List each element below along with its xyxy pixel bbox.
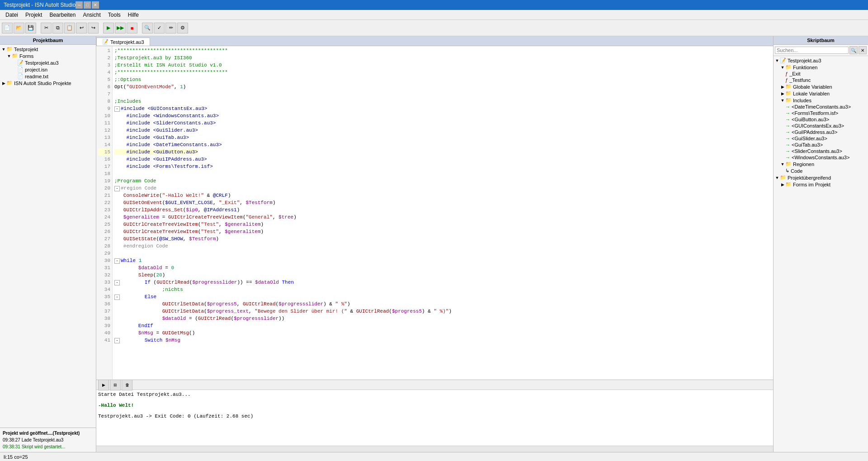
expander-icon[interactable]: ▼: [6, 54, 12, 58]
script-tree-inc6[interactable]: → <GuiSlider.au3>: [774, 135, 867, 142]
new-button[interactable]: 📄: [2, 23, 13, 33]
tree-label: <DateTimeConstants.au3>: [792, 104, 851, 109]
open-button[interactable]: 📂: [14, 23, 24, 33]
project-panel-header: Projektbaum: [0, 36, 96, 45]
tree-label: project.isn: [25, 67, 47, 72]
line-numbers: 12345 678910 11121314 15 1617181920 2122…: [96, 46, 113, 380]
expander-icon[interactable]: ▼: [1, 47, 6, 52]
output-btn1[interactable]: ▶: [98, 380, 109, 390]
script-tree-exit[interactable]: ƒ _Exit: [774, 71, 867, 77]
title-bar: Testprojekt - ISN Autolt Studio ─ □ ✕: [0, 0, 868, 10]
editor-content: 12345 678910 11121314 15 1617181920 2122…: [96, 46, 773, 452]
tree-testprojekt[interactable]: ▼ 📁 Testprojekt: [1, 46, 95, 52]
tree-label: <GuiTab.au3>: [792, 142, 823, 147]
script-tree-inc7[interactable]: → <GuiTab.au3>: [774, 142, 867, 148]
tree-label: Testprojekt: [14, 47, 38, 52]
run-button[interactable]: ▶: [103, 23, 114, 33]
output-line3: -Hallo Welt!: [98, 403, 771, 408]
output-toolbar: ▶ ⊞ 🗑: [96, 380, 773, 390]
tree-label: <WindowsConstants.au3>: [792, 155, 849, 160]
code-content[interactable]: ;************************************* ;…: [113, 46, 773, 380]
tree-readme[interactable]: 📄 readme.txt: [1, 73, 95, 80]
script-tree-code-region[interactable]: ↳ Code: [774, 167, 867, 174]
script-tree-funktionen[interactable]: ▼ 📁 Funktionen: [774, 64, 867, 71]
output-btn2[interactable]: ⊞: [110, 380, 121, 390]
output-btn3[interactable]: 🗑: [122, 380, 132, 390]
script-tree-inc2[interactable]: → <Forms\Testform.isf>: [774, 110, 867, 116]
project-panel: Projektbaum ▼ 📁 Testprojekt ▼ 📁 Forms 📝 …: [0, 36, 96, 452]
code-editor[interactable]: 12345 678910 11121314 15 1617181920 2122…: [96, 46, 773, 380]
script-tree-root[interactable]: ▼ 📝 Testprojekt.au3: [774, 57, 867, 64]
log-line2: 09:38:27 Lade Testprojekt.au3: [3, 437, 93, 443]
output-line5: Testprojekt.au3 -> Exit Code: 0 (Laufzei…: [98, 413, 771, 419]
project-log: Projekt wird geöffnet....(Testprojekt) 0…: [0, 428, 96, 452]
search-close-button[interactable]: ✕: [859, 46, 867, 54]
tree-label: Globale Variablen: [793, 84, 832, 90]
stop-button[interactable]: ■: [127, 23, 137, 33]
menu-datei[interactable]: Datei: [2, 11, 22, 19]
output-line4: [98, 408, 771, 413]
tree-label: Testprojekt.au3: [25, 60, 59, 66]
script-tree-regionen[interactable]: ▼ 📁 Regionen: [774, 161, 867, 167]
paste-button[interactable]: 📋: [64, 23, 75, 33]
expander-icon[interactable]: ▶: [1, 81, 6, 86]
script-tree-lokale[interactable]: ▶ 📁 Lokale Variablen: [774, 90, 867, 97]
minimize-button[interactable]: ─: [75, 1, 83, 9]
tree-label: <GUIConstantsEx.au3>: [792, 123, 844, 128]
script-panel: Skriptbaum 🔍 ✕ ▼ 📝 Testprojekt.au3 ▼ 📁 F…: [773, 36, 868, 452]
tree-testprojekt-au3[interactable]: 📝 Testprojekt.au3: [1, 59, 95, 66]
menu-bar: Datei Projekt Bearbeiten Ansicht Tools H…: [0, 10, 868, 20]
tree-label: <SliderConstants.au3>: [792, 148, 842, 154]
script-tree-inc3[interactable]: → <GuiButton.au3>: [774, 116, 867, 123]
menu-bearbeiten[interactable]: Bearbeiten: [46, 11, 79, 19]
menu-projekt[interactable]: Projekt: [22, 11, 46, 19]
tree-label: Forms im Projekt: [793, 182, 830, 187]
tree-forms[interactable]: ▼ 📁 Forms: [1, 52, 95, 59]
script-tree-inc1[interactable]: → <DateTimeConstants.au3>: [774, 104, 867, 110]
script-tree-testfunc[interactable]: ƒ _Testfunc: [774, 77, 867, 83]
script-search: 🔍 ✕: [774, 45, 868, 56]
menu-tools[interactable]: Tools: [104, 11, 124, 19]
undo-button[interactable]: ↩: [76, 23, 87, 33]
editor-tab-main[interactable]: 📝 Testprojekt.au3: [96, 38, 150, 46]
tree-isn-projekte[interactable]: ▶ 📁 ISN Autolt Studio Projekte: [1, 80, 95, 86]
tree-label: Regionen: [793, 162, 814, 167]
tree-label: _Exit: [789, 71, 800, 76]
menu-hilfe[interactable]: Hilfe: [124, 11, 142, 19]
search-input[interactable]: [775, 47, 849, 54]
script-panel-header: Skriptbaum: [774, 36, 868, 45]
run2-button[interactable]: ▶▶: [115, 23, 126, 33]
script-tree-inc8[interactable]: → <SliderConstants.au3>: [774, 148, 867, 154]
script-tree-projektuebergreifend[interactable]: ▼ 📁 Projektübergreifend: [774, 174, 867, 181]
save-button[interactable]: 💾: [25, 23, 36, 33]
tree-project-isn[interactable]: 📄 project.isn: [1, 66, 95, 73]
tree-label: ISN Autolt Studio Projekte: [14, 81, 71, 86]
script-tree-inc9[interactable]: → <WindowsConstants.au3>: [774, 154, 867, 161]
menu-ansicht[interactable]: Ansicht: [79, 11, 104, 19]
script-tree-globale[interactable]: ▶ 📁 Globale Variablen: [774, 83, 867, 90]
script-tree-includes[interactable]: ▼ 📁 Includes: [774, 97, 867, 104]
tree-label: readme.txt: [25, 74, 48, 79]
tree-label: _Testfunc: [789, 77, 811, 83]
output-line2: [98, 397, 771, 403]
copy-button[interactable]: ⧉: [52, 23, 63, 33]
search-button[interactable]: 🔍: [849, 46, 858, 54]
debug-button[interactable]: 🔍: [142, 23, 153, 33]
output-scrollbar[interactable]: [96, 446, 773, 452]
pencil-button[interactable]: ✏: [165, 23, 176, 33]
script-tree-inc5[interactable]: → <GuiIPAddress.au3>: [774, 129, 867, 135]
tree-label: <GuiSlider.au3>: [792, 136, 827, 141]
settings-button[interactable]: ⚙: [177, 23, 188, 33]
cut-button[interactable]: ✂: [41, 23, 52, 33]
script-tree-inc4[interactable]: → <GUIConstantsEx.au3>: [774, 123, 867, 129]
maximize-button[interactable]: □: [84, 1, 91, 9]
tree-label: <GuiIPAddress.au3>: [792, 129, 837, 135]
script-tree-forms-projekt[interactable]: ▶ 📁 Forms im Projekt: [774, 181, 867, 188]
tree-label: Lokale Variablen: [793, 91, 830, 96]
check-button[interactable]: ✓: [154, 23, 165, 33]
title-text: Testprojekt - ISN Autolt Studio: [4, 2, 75, 8]
redo-button[interactable]: ↪: [88, 23, 99, 33]
close-button[interactable]: ✕: [92, 1, 99, 9]
project-tree: ▼ 📁 Testprojekt ▼ 📁 Forms 📝 Testprojekt.…: [0, 45, 96, 428]
tree-label: <Forms\Testform.isf>: [792, 110, 838, 116]
